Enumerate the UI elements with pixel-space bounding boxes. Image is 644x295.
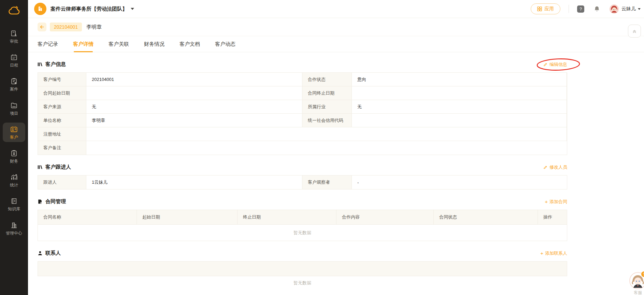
sidebar-item-label: 审批 <box>10 39 18 44</box>
org-logo <box>34 3 46 15</box>
contracts-title: 合同管理 <box>45 198 66 205</box>
add-contact-label: 添加联系人 <box>545 250 567 256</box>
field-value: 无 <box>86 100 302 114</box>
back-button[interactable] <box>38 23 46 31</box>
collapse-button[interactable] <box>628 25 641 38</box>
sidebar-item-cases[interactable]: 案件 <box>3 74 25 94</box>
field-label: 跟进人 <box>38 175 86 189</box>
field-label: 注册地址 <box>38 127 86 141</box>
modify-staff-label: 修改人员 <box>549 164 567 170</box>
finance-icon <box>10 150 18 157</box>
column-header: 合作内容 <box>337 210 434 224</box>
project-icon <box>10 102 18 109</box>
field-value: 无 <box>352 100 567 114</box>
sidebar-item-admin-center[interactable]: 管理中心 <box>3 219 25 238</box>
stats-icon <box>10 173 18 181</box>
field-label: 客户来源 <box>38 100 86 114</box>
section-title: 联系人 <box>38 250 61 256</box>
contacts-section-header: 联系人 + 添加联系人 <box>38 250 567 256</box>
arrow-left-icon <box>39 24 45 30</box>
sidebar-item-label: 统计 <box>10 183 18 187</box>
user-avatar[interactable] <box>610 4 619 14</box>
field-value: 意向 <box>352 73 567 86</box>
field-label: 合同终止日期 <box>302 86 352 100</box>
apps-grid-icon <box>537 6 542 11</box>
contracts-table-header: 合同名称 起始日期 终止日期 合作内容 合同状态 操作 <box>38 210 567 224</box>
add-contact-button[interactable]: + 添加联系人 <box>540 250 567 256</box>
pencil-icon <box>543 62 548 67</box>
field-value: 1云妹儿 <box>86 175 302 189</box>
sidebar-item-label: 日程 <box>10 63 18 68</box>
tab-customer-activity[interactable]: 客户动态 <box>215 36 235 52</box>
sidebar-item-finance[interactable]: 财务 <box>3 146 25 166</box>
field-value <box>352 114 567 127</box>
sidebar-item-label: 案件 <box>10 87 18 92</box>
app-cloud-logo[interactable] <box>8 5 20 17</box>
org-name[interactable]: 案件云律师事务所【劳动法团队】 <box>51 6 127 12</box>
username[interactable]: 云妹儿 <box>621 6 636 12</box>
column-header: 操作 <box>538 210 567 224</box>
pencil-icon <box>543 165 548 169</box>
notification-bell-icon[interactable] <box>593 5 600 12</box>
field-label: 客户备注 <box>38 141 86 155</box>
follower-title: 客户跟进人 <box>45 164 71 170</box>
help-glyph: ? <box>579 6 582 12</box>
sidebar-item-label: 管理中心 <box>6 231 22 236</box>
sidebar-item-projects[interactable]: 项目 <box>3 99 25 118</box>
column-header: 起始日期 <box>137 210 238 224</box>
edit-info-button[interactable]: 编辑信息 <box>543 61 567 68</box>
column-header: 合同状态 <box>434 210 538 224</box>
contracts-empty-state: 暂无数据 <box>38 224 567 241</box>
customer-info-table: 客户编号 202104001 合作状态 意向 合同起始日期 合同终止日期 客户来… <box>38 72 567 155</box>
customer-service-widget: ? 客服 <box>625 272 644 295</box>
section-title: 合同管理 <box>38 198 66 205</box>
tab-financial-status[interactable]: 财务情况 <box>144 36 164 52</box>
field-value: - <box>352 175 567 189</box>
service-label: 客服 <box>625 290 644 295</box>
knowledge-icon <box>10 197 18 205</box>
customer-info-title: 客户信息 <box>45 61 66 68</box>
field-label: 客户编号 <box>38 73 86 86</box>
column-header: 合同名称 <box>38 210 137 224</box>
topbar-divider <box>569 5 569 13</box>
case-icon <box>10 78 18 85</box>
field-value <box>86 127 567 141</box>
help-icon[interactable]: ? <box>577 5 584 13</box>
section-title: 客户信息 <box>38 61 66 68</box>
section-bars-icon <box>38 165 43 170</box>
field-label: 单位名称 <box>38 114 86 127</box>
sidebar-item-statistics[interactable]: 统计 <box>3 170 25 190</box>
modify-staff-button[interactable]: 修改人员 <box>543 164 567 170</box>
sidebar-item-label: 财务 <box>10 159 18 164</box>
sidebar-item-knowledge[interactable]: 知识库 <box>3 194 25 214</box>
admin-center-icon <box>10 222 18 229</box>
section-bars-icon <box>38 62 43 67</box>
user-caret-down-icon[interactable] <box>638 8 641 11</box>
apps-button[interactable]: 应用 <box>531 3 560 14</box>
add-contract-label: 添加合同 <box>549 199 567 205</box>
contacts-title: 联系人 <box>45 250 61 256</box>
org-caret-down-icon[interactable] <box>131 8 134 12</box>
breadcrumb: 202104001 李明章 <box>28 18 644 36</box>
plus-icon: + <box>545 199 548 204</box>
sidebar-item-customers[interactable]: 客户 <box>3 123 25 142</box>
sidebar-item-label: 知识库 <box>8 207 20 211</box>
customer-service-avatar[interactable]: ? <box>629 272 644 289</box>
contract-doc-icon <box>38 199 43 204</box>
edit-info-label: 编辑信息 <box>549 61 567 68</box>
sidebar-item-schedule[interactable]: 日程 <box>3 51 25 70</box>
tab-customer-records[interactable]: 客户记录 <box>38 36 58 52</box>
contacts-empty-state: 暂无数据 <box>38 276 567 290</box>
tab-customer-relations[interactable]: 客户关联 <box>109 36 129 52</box>
sidebar-item-label: 客户 <box>10 135 18 140</box>
add-contract-button[interactable]: + 添加合同 <box>545 199 567 205</box>
tab-customer-details[interactable]: 客户详情 <box>73 36 94 52</box>
tab-customer-documents[interactable]: 客户文档 <box>180 36 200 52</box>
apps-button-label: 应用 <box>544 6 554 12</box>
section-title: 客户跟进人 <box>38 164 71 170</box>
content: 202104001 李明章 客户记录 客户详情 客户关联 财务情况 客户文档 客… <box>28 18 644 295</box>
follower-section-header: 客户跟进人 修改人员 <box>38 164 567 170</box>
person-icon <box>38 251 43 256</box>
calendar-icon <box>10 54 18 61</box>
sidebar-item-approval[interactable]: 审批 <box>3 27 25 46</box>
